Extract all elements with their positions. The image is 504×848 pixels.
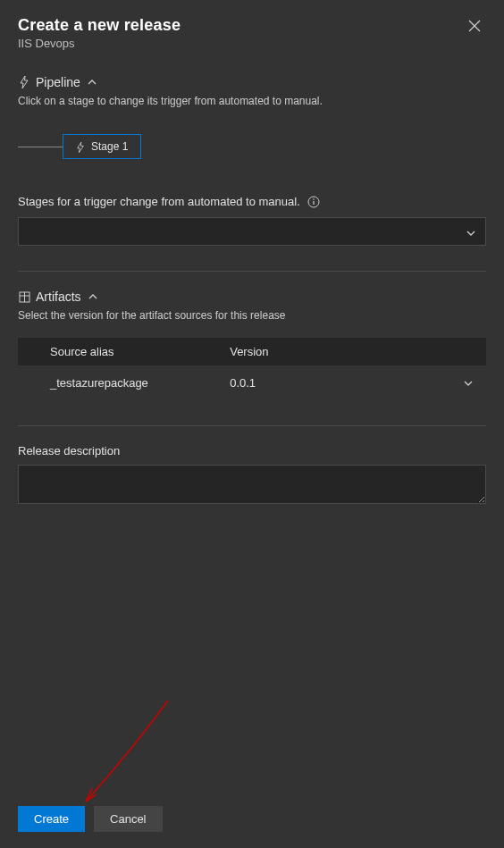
close-button[interactable] <box>463 16 486 38</box>
trigger-field-label: Stages for a trigger change from automat… <box>18 195 300 208</box>
create-button[interactable]: Create <box>18 806 85 832</box>
artifacts-table-header: Source alias Version <box>18 338 486 365</box>
package-icon <box>18 290 30 303</box>
pipeline-description: Click on a stage to change its trigger f… <box>18 95 486 107</box>
svg-rect-4 <box>313 201 314 205</box>
chevron-up-icon <box>86 76 98 88</box>
pipeline-connector <box>18 147 63 147</box>
panel-title: Create a new release <box>18 16 463 35</box>
close-icon <box>468 20 481 32</box>
annotation-arrow <box>70 696 177 812</box>
release-description-textarea[interactable] <box>18 465 486 504</box>
artifacts-section-header[interactable]: Artifacts <box>18 290 486 304</box>
info-icon[interactable] <box>307 196 320 208</box>
trigger-stages-dropdown[interactable] <box>18 217 486 246</box>
chevron-up-icon <box>87 290 99 303</box>
column-source-alias: Source alias <box>30 345 230 358</box>
artifacts-section-label: Artifacts <box>36 290 81 304</box>
release-description-label: Release description <box>18 444 486 458</box>
column-version: Version <box>230 345 474 358</box>
artifact-version: 0.0.1 <box>230 376 463 390</box>
chevron-down-icon <box>463 378 474 389</box>
lightning-icon <box>18 76 30 88</box>
stage-label: Stage 1 <box>91 140 128 153</box>
panel-subtitle: IIS Devops <box>18 37 463 50</box>
artifacts-description: Select the version for the artifact sour… <box>18 309 486 322</box>
artifact-row[interactable]: _testazurepackage 0.0.1 <box>18 365 486 400</box>
pipeline-section-label: Pipeline <box>36 75 80 89</box>
cancel-button[interactable]: Cancel <box>94 806 162 832</box>
stage-box[interactable]: Stage 1 <box>63 134 141 159</box>
divider <box>18 271 486 272</box>
divider <box>18 425 486 426</box>
artifact-source-alias: _testazurepackage <box>30 376 230 390</box>
svg-point-3 <box>313 198 315 200</box>
lightning-icon <box>76 142 86 152</box>
pipeline-section-header[interactable]: Pipeline <box>18 75 486 89</box>
chevron-down-icon <box>466 226 476 237</box>
